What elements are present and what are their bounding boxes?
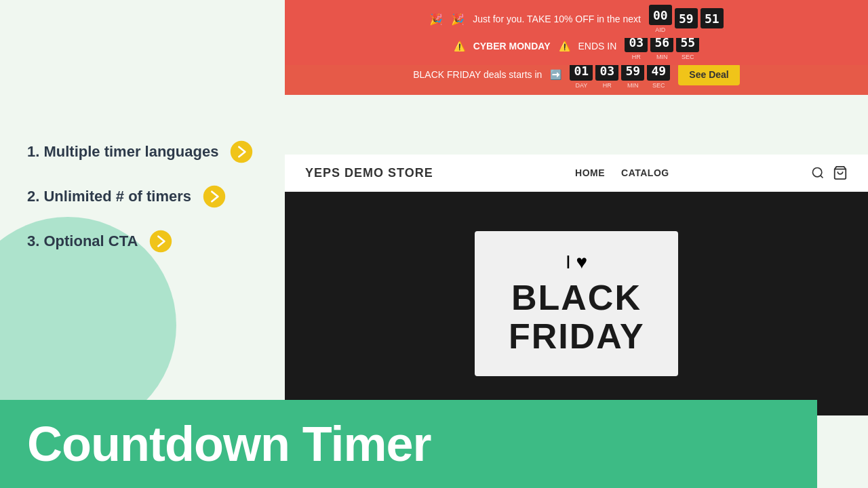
hero-title-line3: FRIDAY — [509, 317, 644, 356]
digit-group-hours-1: 00 AID — [649, 5, 672, 33]
digit-label-min-2: MIN — [656, 54, 668, 60]
banner-2-emoji-right: ⚠️ — [559, 41, 570, 52]
digit-label-sec-2: SEC — [682, 54, 694, 60]
banner-2-text: CYBER MONDAY — [473, 41, 551, 52]
hero-sign: I ♥ BLACK FRIDAY — [475, 231, 678, 376]
feature-1-text: 1. Multiple timer languages — [27, 143, 218, 161]
feature-3: 3. Optional CTA — [27, 229, 261, 253]
feature-3-text: 3. Optional CTA — [27, 232, 138, 250]
hero-area: I ♥ BLACK FRIDAY — [285, 192, 868, 415]
feature-1: 1. Multiple timer languages — [27, 140, 261, 164]
banner-1-emoji-right: 🎉 — [451, 13, 465, 26]
digit-group-min-1: 59 — [675, 8, 698, 30]
see-deal-button[interactable]: See Deal — [678, 64, 739, 85]
banner-2-suffix: ENDS IN — [578, 41, 617, 52]
arrow-icon-2 — [202, 184, 226, 209]
digit-label-min-3: MIN — [627, 82, 639, 89]
store-logo: YEPS DEMO STORE — [305, 166, 433, 180]
banner-1: 🎉 🎉 Just for you. TAKE 10% OFF in the ne… — [285, 0, 868, 38]
banner-3-arrow: ➡️ — [550, 69, 561, 80]
svg-point-2 — [150, 230, 172, 252]
svg-point-1 — [203, 186, 225, 207]
banner-1-text: Just for you. TAKE 10% OFF in the next — [473, 14, 641, 24]
banner-1-emoji-left: 🎉 — [429, 13, 443, 26]
digit-label-hr-2: HR — [632, 54, 641, 60]
hero-title-line2: BLACK — [509, 279, 644, 317]
digit-label-sec-3: SEC — [652, 82, 665, 89]
store-navbar: YEPS DEMO STORE HOME CATALOG — [285, 155, 868, 192]
digit-label-hours-1: AID — [655, 26, 665, 33]
arrow-icon-1 — [229, 140, 254, 164]
digit-sec-1: 51 — [701, 8, 724, 28]
bottom-bar: Countdown Timer — [0, 400, 817, 488]
banner-1-timer: 00 AID 59 51 — [649, 5, 724, 33]
feature-2-text: 2. Unlimited # of timers — [27, 188, 191, 205]
arrow-icon-3 — [149, 229, 173, 253]
banner-3-text: BLACK FRIDAY deals starts in — [413, 69, 542, 80]
nav-link-catalog[interactable]: CATALOG — [621, 167, 669, 178]
bottom-bar-title: Countdown Timer — [27, 416, 431, 472]
nav-link-home[interactable]: HOME — [575, 167, 605, 178]
stacked-banners: 🎉 🎉 Just for you. TAKE 10% OFF in the ne… — [285, 0, 868, 149]
digit-min-1: 59 — [675, 8, 698, 28]
search-icon[interactable] — [811, 166, 825, 180]
banner-2-emoji-left: ⚠️ — [454, 41, 465, 52]
svg-point-0 — [231, 141, 252, 163]
store-content: YEPS DEMO STORE HOME CATALOG — [285, 149, 868, 415]
digit-group-sec-1: 51 — [701, 8, 724, 30]
hero-heart: I ♥ — [509, 251, 644, 273]
digit-label-hr-3: HR — [603, 82, 612, 89]
cart-icon[interactable] — [833, 165, 848, 180]
svg-point-3 — [812, 168, 821, 177]
left-panel: 1. Multiple timer languages 2. Unlimited… — [0, 0, 281, 393]
digit-label-day-3: DAY — [575, 82, 587, 89]
digit-hours-1: 00 — [649, 5, 672, 25]
svg-line-4 — [821, 176, 823, 178]
nav-links: HOME CATALOG — [575, 167, 669, 178]
feature-2: 2. Unlimited # of timers — [27, 184, 261, 209]
nav-icons — [811, 165, 848, 180]
browser-mockup: 🎉 🎉 Just for you. TAKE 10% OFF in the ne… — [285, 0, 868, 407]
